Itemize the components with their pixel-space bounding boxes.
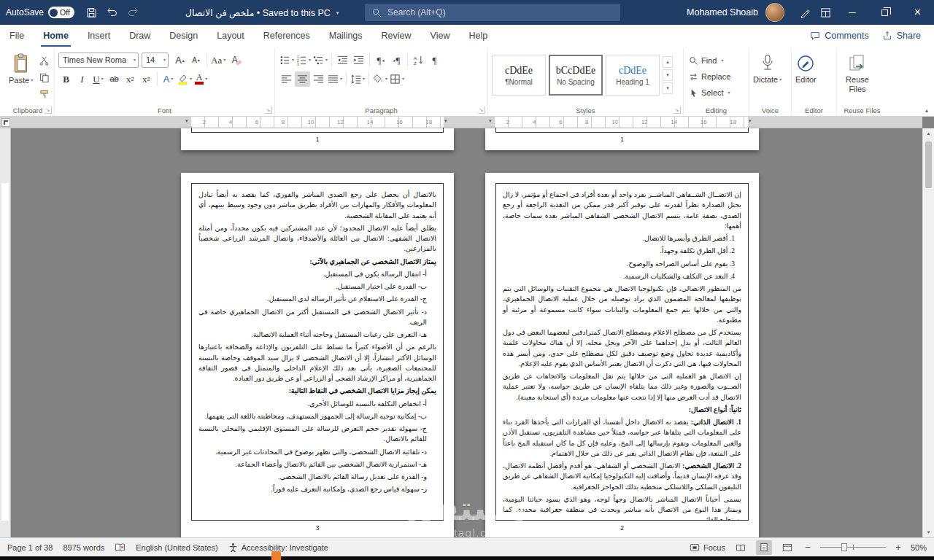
font-size-select[interactable]: 14▾: [142, 52, 169, 68]
page-3[interactable]: بالاتصال أن يحصل على رجع الصدى المباشر و…: [181, 173, 454, 537]
share-button[interactable]: Share: [882, 31, 921, 41]
select-button[interactable]: Select▾: [687, 85, 745, 101]
superscript-button[interactable]: x2: [139, 71, 154, 87]
font-color-button[interactable]: A▾: [193, 71, 209, 87]
tab-selector[interactable]: [1, 118, 10, 127]
comments-button[interactable]: Comments: [810, 31, 868, 41]
save-button[interactable]: [82, 2, 102, 23]
show-paragraph-marks-button[interactable]: ¶: [427, 52, 442, 68]
scrollbar-thumb[interactable]: [925, 141, 932, 188]
page-1-right-partial[interactable]: 1: [485, 128, 759, 150]
dictate-button[interactable]: Dictate▾: [753, 50, 781, 84]
reuse-files-button[interactable]: Reuse Files: [841, 50, 874, 93]
close-button[interactable]: ×: [901, 0, 934, 25]
paragraph-dialog-launcher[interactable]: ↘: [478, 106, 485, 114]
font-dialog-launcher[interactable]: ↘: [265, 106, 272, 114]
clipboard-dialog-launcher[interactable]: ↘: [45, 106, 52, 114]
zoom-in-button[interactable]: +: [893, 542, 903, 553]
zoom-slider-thumb[interactable]: [841, 543, 847, 551]
indent-marker-icon[interactable]: ▾: [749, 118, 752, 123]
find-button[interactable]: Find▾: [687, 52, 745, 69]
style-normal[interactable]: cDdEe ¶Normal: [492, 55, 546, 96]
tab-file[interactable]: File: [0, 25, 34, 47]
styles-gallery-expand-button[interactable]: ▾: [663, 82, 673, 94]
styles-scroll-up-button[interactable]: ▴: [663, 56, 673, 68]
editor-button[interactable]: Editor: [795, 50, 817, 84]
word-count[interactable]: 8975 words: [63, 543, 104, 552]
tab-references[interactable]: References: [254, 25, 320, 47]
page-2[interactable]: إن الاتصــال الشــفاهي المباشــر بفرد وا…: [485, 173, 759, 537]
ribbon-display-options-button[interactable]: [815, 2, 835, 23]
clear-formatting-button[interactable]: A: [227, 52, 242, 68]
indent-marker-icon[interactable]: ▾: [185, 118, 188, 123]
web-layout-button[interactable]: [779, 540, 795, 555]
tab-help[interactable]: Help: [459, 25, 497, 47]
format-painter-button[interactable]: [36, 87, 52, 102]
tab-design[interactable]: Design: [160, 25, 207, 47]
style-heading1[interactable]: cDdEe Heading 1: [606, 55, 660, 96]
page-indicator[interactable]: Page 1 of 38: [7, 543, 53, 552]
autosave-toggle[interactable]: AutoSave Off: [6, 7, 74, 18]
tab-insert[interactable]: Insert: [78, 25, 120, 47]
user-name[interactable]: Mohamed Shoaib: [687, 7, 758, 18]
cut-button[interactable]: [36, 53, 52, 69]
maximize-button[interactable]: [868, 0, 901, 25]
proofing-status[interactable]: [115, 542, 126, 552]
decrease-indent-button[interactable]: [335, 52, 350, 68]
page-1-left-partial[interactable]: 1: [181, 128, 454, 150]
subscript-button[interactable]: x2: [123, 71, 138, 87]
paste-button[interactable]: Paste▾: [5, 50, 36, 102]
align-center-button[interactable]: [295, 71, 310, 87]
ruler-left-page-zone[interactable]: 2 4 6 8 10 12 14 16 18: [191, 117, 444, 128]
focus-button[interactable]: Focus: [690, 543, 725, 552]
grow-font-button[interactable]: A▴: [172, 52, 188, 68]
rtl-paragraph-button[interactable]: ¶◂: [373, 52, 388, 68]
language-indicator[interactable]: English (United States): [136, 543, 218, 552]
styles-scroll-down-button[interactable]: ▾: [663, 69, 673, 81]
ruler-right-page-zone[interactable]: 2 4 6 8 10 12 14 16 18: [495, 117, 748, 128]
justify-button[interactable]: ▾: [327, 71, 343, 87]
align-left-button[interactable]: [279, 71, 294, 87]
scroll-up-icon[interactable]: ▴: [923, 131, 934, 136]
font-name-select[interactable]: Times New Roma▾: [58, 52, 139, 68]
zoom-level[interactable]: 50%: [911, 543, 927, 552]
ink-pen-button[interactable]: [795, 2, 815, 23]
shading-button[interactable]: ▾: [372, 71, 388, 87]
underline-button[interactable]: U▾: [90, 71, 106, 87]
bold-button[interactable]: B: [58, 71, 74, 87]
change-case-button[interactable]: Aa▾: [210, 52, 226, 68]
scroll-down-icon[interactable]: ▾: [923, 529, 934, 535]
highlight-button[interactable]: ▾: [177, 71, 193, 87]
styles-dialog-launcher[interactable]: ↘: [674, 106, 681, 114]
text-effects-button[interactable]: A▾: [161, 71, 176, 87]
tab-draw[interactable]: Draw: [120, 25, 160, 47]
vertical-scrollbar[interactable]: ▴ ▾: [922, 128, 934, 537]
print-layout-button[interactable]: [756, 540, 772, 555]
borders-button[interactable]: ▾: [389, 71, 405, 87]
read-mode-button[interactable]: [733, 540, 749, 555]
strikethrough-button[interactable]: ab: [107, 71, 122, 87]
align-right-button[interactable]: [311, 71, 326, 87]
indent-marker-icon[interactable]: ▾: [489, 118, 492, 123]
vertical-ruler[interactable]: [0, 128, 11, 537]
avatar[interactable]: [765, 3, 784, 22]
indent-marker-icon[interactable]: ▾: [444, 118, 447, 123]
style-no-spacing[interactable]: bCcDdEe No Spacing: [549, 55, 603, 96]
replace-button[interactable]: Replace: [687, 69, 745, 85]
zoom-out-button[interactable]: −: [803, 542, 813, 553]
tab-review[interactable]: Review: [372, 25, 421, 47]
redo-button[interactable]: [123, 2, 143, 23]
tab-layout[interactable]: Layout: [207, 25, 254, 47]
tab-home[interactable]: Home: [34, 25, 78, 47]
horizontal-ruler[interactable]: 2 4 6 8 10 12 14 16 18 2 4 6 8 10 12 14 …: [0, 117, 922, 128]
increase-indent-button[interactable]: [351, 52, 366, 68]
italic-button[interactable]: I: [74, 71, 90, 87]
sort-button[interactable]: AZ: [411, 52, 426, 68]
collapse-ribbon-button[interactable]: ▴: [925, 107, 928, 114]
zoom-slider[interactable]: [820, 542, 886, 552]
ltr-paragraph-button[interactable]: ▸¶: [389, 52, 404, 68]
shrink-font-button[interactable]: A▾: [188, 52, 204, 68]
undo-button[interactable]: [102, 2, 123, 23]
multilevel-list-button[interactable]: ▾: [312, 52, 328, 68]
search-box[interactable]: Search (Alt+Q): [365, 4, 620, 21]
